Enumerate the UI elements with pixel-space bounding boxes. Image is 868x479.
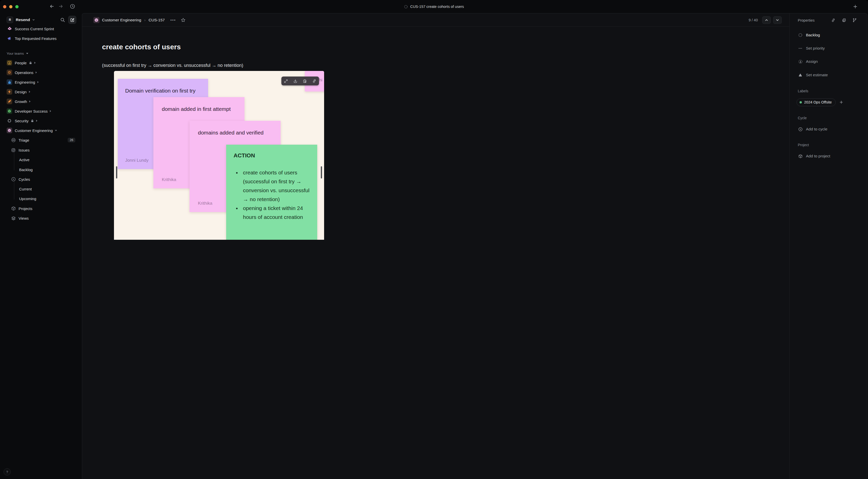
window-titlebar: CUS-157 create cohorts of users [0, 0, 434, 13]
sticky-note-text-fragment: hi [319, 77, 322, 83]
chevron-right-icon [36, 120, 37, 122]
bullet-item: opening a ticket within 24 hours of acco… [241, 204, 312, 221]
chevron-right-icon [34, 62, 36, 64]
sidebar-item-issues[interactable]: Issues [4, 146, 79, 154]
sidebar-item-top-requested-features[interactable]: Top Requested Features [4, 34, 79, 42]
sidebar-team-developer-success[interactable]: Developer Success [4, 107, 79, 115]
triage-count-badge: 26 [68, 138, 75, 142]
sidebar-item-label: Current [19, 187, 32, 191]
sidebar-item-cycles[interactable]: Cycles [4, 175, 79, 183]
chevron-down-icon [55, 130, 57, 131]
team-label: Customer Engineering [15, 128, 53, 133]
sticky-note-green-action: ACTION create cohorts of users (successf… [226, 145, 317, 240]
app-window: CUS-157 create cohorts of users R Resend [0, 0, 434, 240]
team-label: People [15, 61, 27, 65]
sidebar-team-design[interactable]: Design [4, 88, 79, 96]
chevron-right-icon [37, 81, 39, 83]
new-issue-compose-button[interactable] [68, 16, 76, 24]
sidebar-item-upcoming[interactable]: Upcoming [4, 194, 79, 203]
image-resize-handle-left[interactable] [116, 166, 117, 179]
window-title: CUS-157 create cohorts of users [0, 0, 434, 13]
sidebar-item-success-current-sprint[interactable]: Success Current Sprint [4, 25, 79, 33]
flower-icon [7, 26, 12, 31]
sidebar-team-customer-engineering[interactable]: Customer Engineering [4, 126, 79, 134]
chevron-right-icon [29, 91, 30, 93]
sidebar-item-label: Cycles [19, 177, 30, 182]
workspace-name: Resend [16, 18, 30, 22]
team-label: Security [15, 119, 29, 123]
sidebar: R Resend Success Current Sprint [0, 13, 82, 240]
workspace-switcher[interactable]: R Resend [4, 16, 79, 24]
sticky-note-title: ACTION [226, 145, 317, 159]
lightning-icon [7, 89, 12, 95]
sidebar-item-label: Backlog [19, 167, 33, 172]
image-hover-toolbar [281, 76, 319, 86]
team-label: Operations [15, 70, 33, 75]
layers-icon [11, 216, 16, 221]
sidebar-item-label: Success Current Sprint [15, 27, 54, 31]
sticky-note-text: domain added in first attempt [153, 97, 245, 114]
copy-link-icon[interactable] [312, 79, 316, 83]
main-panel: Customer Engineering › CUS-157 ••• 9 / 4… [82, 13, 434, 240]
sticky-note-bullets: create cohorts of users (successful on f… [235, 168, 312, 221]
issue-content: create cohorts of users (successful on f… [82, 27, 434, 240]
sidebar-item-label: Upcoming [19, 196, 36, 201]
breadcrumb-team[interactable]: Customer Engineering [102, 18, 141, 22]
issues-icon [11, 148, 16, 153]
teams-section-label: Your teams [7, 52, 24, 56]
chevron-right-icon [36, 71, 37, 73]
sidebar-item-views[interactable]: Views [4, 214, 79, 222]
bullet-item: create cohorts of users (successful on f… [241, 168, 312, 204]
sidebar-item-label: Active [19, 158, 30, 162]
sticky-note-text: Domain verification on first try [118, 79, 208, 95]
backlog-status-icon [404, 5, 408, 9]
sidebar-team-engineering[interactable]: Engineering [4, 78, 79, 86]
sticky-note-author: Krithika [198, 201, 212, 206]
search-icon[interactable] [59, 17, 66, 23]
sidebar-item-label: Triage [19, 138, 29, 142]
download-image-icon[interactable] [293, 79, 298, 83]
copy-to-clipboard-icon[interactable] [303, 79, 307, 83]
megaphone-icon [7, 36, 12, 41]
lock-icon [29, 61, 32, 64]
breadcrumb-issue-id[interactable]: CUS-157 [149, 18, 165, 22]
lock-icon [31, 119, 34, 122]
sidebar-team-security[interactable]: Security [4, 117, 79, 125]
sidebar-item-active[interactable]: Active [4, 156, 79, 164]
sticky-note-author: Krithika [162, 177, 176, 182]
sidebar-item-label: Top Requested Features [15, 36, 57, 41]
triage-icon [11, 138, 16, 142]
workspace-avatar: R [7, 17, 13, 23]
smiley-face-icon [7, 128, 12, 133]
sticky-note-text: domains added and verified [189, 121, 281, 137]
chevron-down-icon [32, 18, 35, 21]
favorite-star-icon[interactable] [181, 18, 185, 22]
sidebar-team-people[interactable]: People [4, 59, 79, 67]
whiteboard-image[interactable]: Domain verification on first try Jonni L… [114, 71, 324, 240]
sidebar-item-current[interactable]: Current [4, 185, 79, 193]
star-struck-face-icon [7, 108, 12, 114]
sidebar-team-growth[interactable]: Growth [4, 97, 79, 105]
sidebar-item-projects[interactable]: Projects [4, 204, 79, 213]
issue-subtitle: (successful on first try → conversion vs… [102, 63, 243, 68]
rocket-icon [7, 99, 12, 104]
window-title-text: CUS-157 create cohorts of users [410, 5, 434, 9]
chevron-right-icon [50, 110, 51, 112]
image-resize-handle-right[interactable] [321, 166, 322, 179]
sidebar-item-backlog[interactable]: Backlog [4, 165, 79, 174]
person-badge-icon [7, 60, 12, 66]
gear-icon: ⚙ [7, 70, 12, 75]
issue-title: create cohorts of users [102, 43, 181, 51]
breadcrumb-separator: › [144, 18, 146, 22]
team-label: Growth [15, 99, 27, 104]
more-options-icon[interactable]: ••• [170, 18, 176, 22]
teams-section-header[interactable]: Your teams [4, 49, 79, 58]
sidebar-item-triage[interactable]: Triage 26 [4, 136, 79, 144]
team-smiley-avatar [93, 17, 99, 23]
sticky-note-author: Jonni Lundy [125, 158, 149, 163]
team-label: Engineering [15, 80, 35, 85]
sidebar-team-operations[interactable]: ⚙ Operations [4, 68, 79, 76]
sidebar-item-label: Issues [19, 148, 30, 152]
team-label: Developer Success [15, 109, 48, 114]
expand-image-icon[interactable] [284, 79, 288, 83]
